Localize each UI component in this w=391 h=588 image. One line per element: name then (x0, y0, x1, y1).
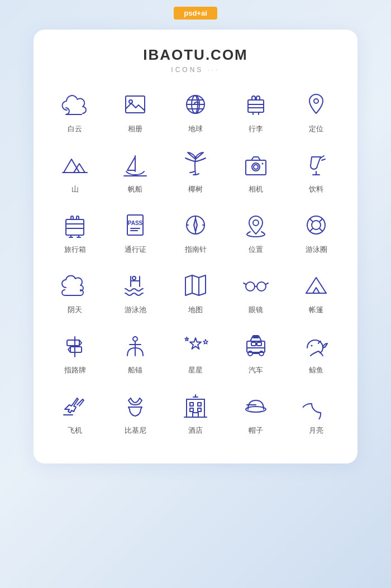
icon-hat: 帽子 (226, 381, 286, 441)
svg-line-46 (310, 228, 313, 231)
icon-pool: 游泳池 (105, 260, 165, 321)
icon-plane: 飞机 (45, 381, 105, 441)
icon-palm: 椰树 (165, 140, 226, 200)
svg-text:PASS: PASS (128, 220, 143, 226)
top-badge: psd+ai (174, 7, 217, 20)
svg-rect-15 (246, 160, 266, 175)
icon-cloudy: 阴天 (45, 260, 105, 321)
icon-camera: 相机 (226, 140, 286, 200)
icon-glasses: 眼镜 (226, 260, 286, 321)
svg-point-80 (311, 345, 313, 347)
svg-rect-77 (257, 342, 261, 346)
svg-marker-13 (127, 157, 135, 170)
svg-rect-62 (67, 340, 79, 346)
icon-cloud: 白云 (45, 79, 105, 140)
icon-luggage: 行李 (226, 79, 286, 140)
icon-map: 地图 (165, 260, 226, 321)
icon-passport: PASS 通行证 (105, 200, 165, 260)
icon-hotel: 酒店 (165, 381, 226, 441)
svg-marker-71 (185, 337, 189, 341)
svg-marker-65 (68, 347, 70, 352)
svg-line-20 (322, 159, 325, 160)
svg-point-41 (253, 220, 259, 226)
icon-location: 定位 (286, 79, 346, 140)
icon-globe: 地球 (165, 79, 226, 140)
icon-drink: 饮料 (286, 140, 346, 200)
icon-bikini: 比基尼 (105, 381, 165, 441)
icon-compass: 指南针 (165, 200, 226, 260)
icon-album: 相册 (105, 79, 165, 140)
icon-anchor: 船锚 (105, 321, 165, 381)
svg-point-90 (246, 407, 266, 412)
svg-line-47 (320, 228, 322, 231)
svg-point-66 (133, 337, 137, 341)
svg-line-45 (320, 219, 322, 222)
svg-rect-0 (126, 96, 145, 113)
svg-rect-85 (198, 403, 201, 406)
svg-rect-87 (198, 408, 201, 412)
card-title: IBAOTU.COM (45, 46, 346, 64)
svg-line-58 (244, 283, 246, 284)
svg-point-17 (254, 165, 258, 169)
svg-marker-63 (79, 340, 82, 346)
icon-car: 汽车 (226, 321, 286, 381)
svg-point-10 (314, 99, 318, 103)
icon-lifebuoy: 游泳圈 (286, 200, 346, 260)
icon-tent: 帐篷 (286, 260, 346, 321)
svg-marker-52 (185, 275, 206, 295)
svg-marker-69 (190, 338, 201, 349)
svg-line-44 (310, 219, 313, 222)
icons-grid: 白云 相册 (45, 79, 346, 441)
svg-rect-64 (70, 347, 82, 352)
main-card: IBAOTU.COM ICONS 白云 相册 (34, 30, 357, 463)
icon-sailboat: 帆船 (105, 140, 165, 200)
svg-rect-76 (251, 342, 256, 346)
icon-mountain: 山 (45, 140, 105, 200)
svg-rect-84 (190, 403, 193, 406)
svg-point-51 (132, 276, 136, 280)
svg-point-55 (246, 282, 255, 291)
svg-rect-23 (66, 219, 84, 235)
svg-rect-82 (187, 399, 204, 417)
svg-point-56 (257, 282, 266, 291)
svg-rect-88 (193, 413, 198, 417)
icon-suitcase: 旅行箱 (45, 200, 105, 260)
svg-rect-86 (190, 408, 193, 412)
svg-point-18 (262, 163, 264, 165)
svg-line-59 (266, 283, 268, 284)
icon-signpost: 指路牌 (45, 321, 105, 381)
svg-point-1 (129, 100, 132, 103)
icon-moon: 月亮 (286, 381, 346, 441)
card-subtitle: ICONS (45, 66, 346, 74)
icon-stars: 星星 (165, 321, 226, 381)
svg-marker-70 (203, 340, 208, 344)
icon-whale: 鲸鱼 (286, 321, 346, 381)
svg-rect-5 (248, 100, 264, 112)
icon-position: 位置 (226, 200, 286, 260)
